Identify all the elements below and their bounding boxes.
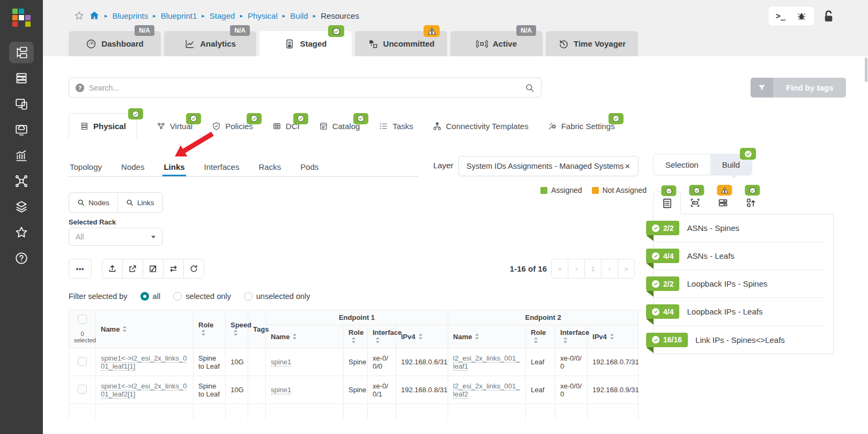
tab-time-voyager[interactable]: Time Voyager [546,31,638,56]
col-ep1-interface[interactable]: Interface [368,325,396,348]
tab-analytics[interactable]: Analytics N/A [164,31,256,56]
breadcrumb-staged[interactable]: Staged [210,11,235,20]
layer-select[interactable]: System IDs Assignments - Managed Systems… [458,156,639,176]
filter-option-unselected-only[interactable]: unselected only [244,292,310,301]
page-number-button[interactable]: 1 [584,259,602,279]
sidebar-item-analytics[interactable] [9,145,34,166]
filter-option-selected-only[interactable]: selected only [173,292,231,301]
sidebar-item-favorites[interactable] [9,222,34,243]
tab-policies[interactable]: Policies [212,122,253,131]
apstra-logo[interactable] [12,9,31,27]
list-item[interactable]: 4/4 Loopback IPs - Leafs [654,298,827,326]
last-page-button[interactable]: » [618,259,635,279]
sort-icon[interactable] [563,337,568,343]
tab-nodes[interactable]: Nodes [120,158,145,176]
sidebar-item-design[interactable] [9,93,34,115]
clear-layer-icon[interactable]: ✕ [625,162,630,170]
tab-systems[interactable] [709,191,737,214]
col-ep2-ipv4[interactable]: IPv4 [588,325,639,348]
sidebar-item-blueprints[interactable] [9,42,34,63]
col-role[interactable]: Role [194,310,226,348]
find-by-tags-button[interactable]: Find by tags [751,78,846,98]
breadcrumb-blueprints[interactable]: Blueprints [113,11,149,20]
selected-rack-select[interactable]: All [69,228,162,246]
tab-dashboard[interactable]: Dashboard N/A [69,31,161,56]
sort-icon[interactable] [122,326,127,332]
sort-icon[interactable] [201,330,206,336]
list-item[interactable]: 2/2 Loopback IPs - Spines [654,270,827,298]
sort-icon[interactable] [533,337,538,343]
sidebar-item-devices[interactable] [9,68,34,89]
sort-icon[interactable] [375,337,380,343]
search-input[interactable] [89,84,520,92]
row-checkbox[interactable] [78,357,87,366]
list-item[interactable]: 2/2 ASNs - Spines [654,214,827,242]
sort-icon[interactable] [351,337,356,343]
list-item[interactable]: 4/4 ASNs - Leafs [654,242,827,270]
scrollbar-thumb[interactable] [865,57,867,82]
sort-icon[interactable] [418,333,423,340]
radio-selected-icon[interactable] [140,292,149,301]
search-help-icon[interactable]: ? [76,84,84,92]
home-icon[interactable] [89,10,100,21]
query-links-button[interactable]: Links [117,193,162,212]
sidebar-item-platform[interactable] [9,196,34,218]
tab-build[interactable]: Build [710,154,752,175]
tab-dci[interactable]: DCI [272,122,300,131]
tab-links[interactable]: Links [162,158,186,176]
list-item[interactable]: 16/16 Link IPs - Spines<>Leafs [654,326,827,354]
tab-build-list[interactable] [653,191,681,214]
tab-device-profiles[interactable] [681,191,709,214]
tab-fabric-settings[interactable]: Fabric Settings [548,122,615,131]
tab-physical[interactable]: Physical [69,113,137,139]
select-all-checkbox[interactable] [78,315,87,324]
row-checkbox[interactable] [78,385,87,394]
terminal-icon[interactable]: >_ [776,11,785,21]
tab-deploy-modes[interactable] [737,191,765,214]
sidebar-item-external-systems[interactable] [9,170,34,192]
ep1-name[interactable]: spine1 [271,386,291,394]
refresh-button[interactable] [183,259,204,279]
search-icon[interactable] [525,83,535,93]
sort-icon[interactable] [233,330,238,336]
sidebar-item-resources[interactable] [9,119,34,140]
col-tags[interactable]: Tags [248,310,266,348]
import-button[interactable] [102,259,123,279]
unlocked-icon[interactable] [821,9,836,24]
sidebar-item-help[interactable] [9,248,34,269]
breadcrumb-blueprint1[interactable]: Blueprint1 [161,11,197,20]
col-ep2-role[interactable]: Role [526,325,555,348]
col-ep1-name[interactable]: Name [266,325,344,348]
sort-icon[interactable] [292,333,297,340]
tab-tasks[interactable]: Tasks [379,122,413,131]
bug-icon[interactable] [796,11,807,21]
breadcrumb-build[interactable]: Build [290,11,308,20]
export-button[interactable] [122,259,143,279]
tab-interfaces[interactable]: Interfaces [203,158,241,176]
col-speed[interactable]: Speed [226,310,248,348]
breadcrumb-physical[interactable]: Physical [248,11,278,20]
col-ep1-role[interactable]: Role [344,325,368,348]
tab-catalog[interactable]: Catalog [319,122,360,131]
filter-option-all[interactable]: all [140,292,161,301]
radio-icon[interactable] [173,292,182,301]
tab-uncommitted[interactable]: Uncommitted [355,31,447,56]
prev-page-button[interactable]: ‹ [568,259,585,279]
query-nodes-button[interactable]: Nodes [69,193,117,212]
sort-icon[interactable] [610,333,614,340]
tab-pods[interactable]: Pods [299,158,320,176]
col-name[interactable]: Name [96,310,194,348]
tab-virtual[interactable]: Virtual [157,122,192,131]
favorite-star-icon[interactable] [74,11,84,21]
first-page-button[interactable]: « [551,259,568,279]
swap-button[interactable] [163,259,184,279]
tab-connectivity-templates[interactable]: Connectivity Templates [433,122,529,131]
col-ep1-ipv4[interactable]: IPv4 [396,325,448,348]
sort-icon[interactable] [474,333,479,340]
tab-racks[interactable]: Racks [257,158,282,176]
next-page-button[interactable]: › [601,259,618,279]
col-ep2-name[interactable]: Name [448,325,526,348]
tab-active[interactable]: Active N/A [450,31,543,56]
link-name[interactable]: spine1<->l2_esi_2x_links_001_leaf2[1] [101,382,187,399]
radio-icon[interactable] [244,292,253,301]
